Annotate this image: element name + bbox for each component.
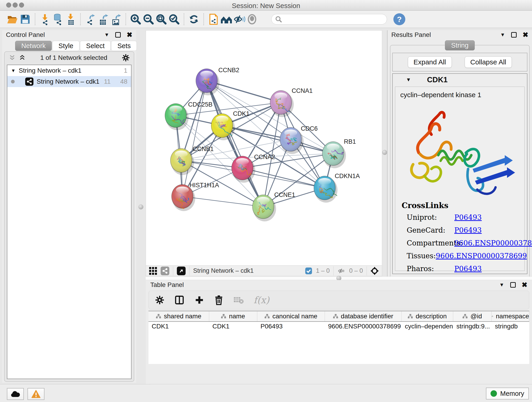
- table-options-gear-icon[interactable]: [155, 295, 164, 305]
- network-collection-row[interactable]: ▼ String Network – cdk1 1: [7, 65, 131, 76]
- crosslink-link[interactable]: P06493: [454, 213, 481, 221]
- selected-checkbox-icon[interactable]: [305, 267, 312, 274]
- network-canvas[interactable]: CCNB2CCNA1CDC25BCDK1CDC6RB1CCNB1CCNA2CDK…: [146, 31, 382, 265]
- node-CDC6[interactable]: [280, 128, 304, 154]
- expand-all-icon[interactable]: [19, 54, 26, 61]
- grid-view-icon[interactable]: [149, 267, 157, 275]
- node-label-CCNB2: CCNB2: [218, 67, 239, 74]
- panel-menu-icon[interactable]: ▼: [104, 32, 109, 38]
- table-panel-splitter[interactable]: [146, 276, 532, 280]
- control-panel-tabs: Network Style Select Sets: [2, 41, 136, 51]
- options-gear-icon[interactable]: [122, 54, 130, 62]
- node-CCNA2[interactable]: [232, 156, 255, 183]
- crosslink-link[interactable]: 9606.ENSP00000378699: [436, 252, 527, 260]
- new-network-from-selection-button[interactable]: [207, 13, 220, 26]
- detach-view-icon[interactable]: [177, 267, 186, 275]
- search-input[interactable]: [271, 14, 387, 25]
- collapse-all-button[interactable]: Collapse All: [465, 56, 512, 68]
- crosslinks-title: CrossLinks: [402, 201, 525, 210]
- warnings-button[interactable]: [27, 388, 44, 400]
- column-header-description[interactable]: description: [402, 311, 453, 321]
- show-all-button[interactable]: [246, 13, 259, 26]
- table-cell[interactable]: CDK1: [209, 322, 257, 332]
- add-column-icon[interactable]: [195, 295, 204, 305]
- delete-column-icon[interactable]: [214, 295, 223, 305]
- crosslink-link[interactable]: P06493: [454, 226, 481, 234]
- splitter-handle[interactable]: [138, 204, 143, 210]
- toolbar-separator: [203, 13, 204, 25]
- column-header-canonical-name[interactable]: canonical name: [257, 311, 325, 321]
- panel-float-icon[interactable]: [115, 32, 121, 38]
- node-table: shared namenamecanonical namedatabase id…: [148, 311, 529, 364]
- tab-network[interactable]: Network: [15, 41, 52, 51]
- import-table-button[interactable]: [64, 13, 77, 26]
- crosslink-row: Uniprot:P06493: [402, 213, 525, 221]
- tab-select[interactable]: Select: [80, 41, 111, 51]
- node-CCNE1[interactable]: [253, 195, 276, 221]
- crosslink-link[interactable]: P06493: [454, 264, 481, 273]
- panel-close-icon[interactable]: ✖: [522, 281, 527, 288]
- memory-button[interactable]: Memory: [486, 388, 529, 400]
- apply-layout-button[interactable]: [187, 13, 200, 26]
- crosslink-link[interactable]: 9606.ENSP00000378699: [454, 239, 532, 247]
- zoom-out-button[interactable]: [142, 13, 155, 26]
- table-cell[interactable]: 9606.ENSP00000378699: [325, 322, 402, 332]
- import-network-button[interactable]: [38, 13, 51, 26]
- panel-menu-icon[interactable]: ▼: [500, 32, 505, 38]
- network-overview-icon[interactable]: [161, 267, 169, 275]
- tree-expand-icon[interactable]: ▼: [11, 68, 16, 73]
- node-RB1[interactable]: [322, 142, 346, 168]
- panel-menu-icon[interactable]: ▼: [499, 282, 504, 288]
- save-session-button[interactable]: [19, 13, 32, 26]
- table-cell[interactable]: CDK1: [148, 322, 209, 332]
- tab-string[interactable]: String: [445, 40, 475, 51]
- left-panel-splitter[interactable]: [136, 30, 146, 276]
- export-image-button[interactable]: [109, 13, 122, 26]
- column-header-database-identifier[interactable]: database identifier: [325, 311, 402, 321]
- first-neighbors-button[interactable]: [220, 13, 233, 26]
- node-CCNA1[interactable]: [270, 90, 294, 117]
- table-cell[interactable]: cyclin–dependent ...: [402, 322, 453, 332]
- table-cell[interactable]: stringdb: [492, 322, 529, 332]
- import-database-button[interactable]: [51, 13, 64, 26]
- birdseye-toggle-icon[interactable]: [370, 267, 379, 275]
- column-header-@id[interactable]: @id: [453, 311, 492, 321]
- column-header-name[interactable]: name: [209, 311, 257, 321]
- crosslink-label: Uniprot:: [402, 213, 454, 221]
- table-cell[interactable]: stringdb:9...: [453, 322, 492, 332]
- help-button[interactable]: ?: [393, 13, 405, 25]
- panel-float-icon[interactable]: [511, 32, 517, 38]
- zoom-selected-button[interactable]: [168, 13, 181, 26]
- splitter-handle[interactable]: [382, 150, 387, 155]
- column-header-namespace[interactable]: namespace: [492, 311, 529, 321]
- tab-style[interactable]: Style: [52, 41, 79, 51]
- node-CDK1[interactable]: [211, 114, 235, 140]
- hide-selected-button[interactable]: [233, 13, 246, 26]
- node-CDKN1A[interactable]: [314, 176, 337, 203]
- show-columns-icon[interactable]: [174, 295, 184, 305]
- expand-all-button[interactable]: Expand All: [408, 56, 452, 68]
- network-row-selected[interactable]: String Network – cdk1 11 48: [7, 76, 131, 87]
- edge-CCNB2-HIST1H1A[interactable]: [182, 81, 207, 196]
- right-panel-splitter[interactable]: [382, 30, 388, 280]
- entry-collapse-icon[interactable]: ▼: [406, 77, 411, 83]
- panel-close-icon[interactable]: ✖: [127, 32, 133, 38]
- zoom-fit-button[interactable]: [155, 13, 168, 26]
- zoom-in-button[interactable]: [129, 13, 142, 26]
- table-row[interactable]: CDK1CDK1P064939606.ENSP00000378699cyclin…: [148, 322, 529, 332]
- panel-float-icon[interactable]: [510, 282, 516, 288]
- control-panel: Control Panel ▼ ✖ Network Style Select S…: [2, 30, 136, 383]
- refresh-icon: [188, 13, 200, 25]
- open-session-button[interactable]: [6, 13, 19, 26]
- cloud-button[interactable]: [7, 388, 24, 400]
- node-CDC25B[interactable]: [165, 104, 189, 130]
- export-network-button[interactable]: [84, 13, 97, 26]
- export-table-button[interactable]: [97, 13, 109, 26]
- column-header-shared-name[interactable]: shared name: [148, 311, 209, 321]
- panel-close-icon[interactable]: ✖: [523, 32, 528, 38]
- collapse-all-icon[interactable]: [9, 54, 16, 61]
- node-CCNB2[interactable]: [196, 69, 220, 95]
- tab-sets[interactable]: Sets: [111, 41, 137, 51]
- table-cell[interactable]: P06493: [257, 322, 325, 332]
- gene-entry-header[interactable]: ▼ CDK1: [393, 74, 527, 86]
